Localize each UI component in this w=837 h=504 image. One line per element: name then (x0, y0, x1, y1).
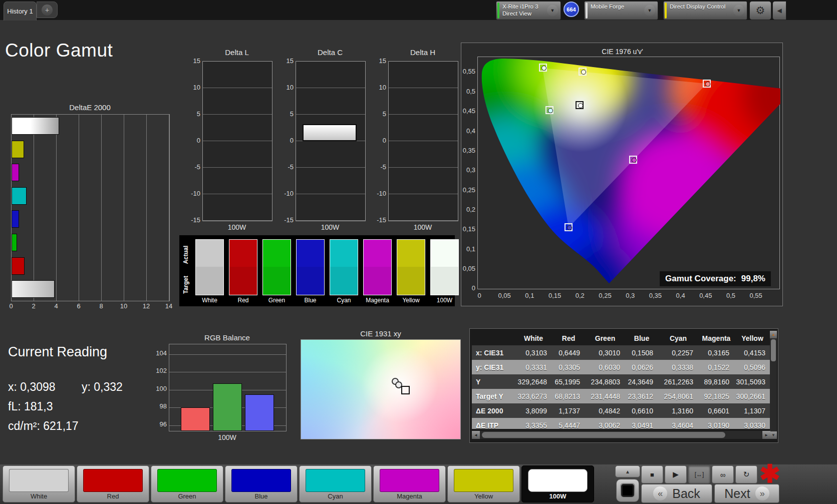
horizontal-scroll-thumb[interactable] (482, 432, 725, 438)
swatch-label: Red (237, 297, 248, 304)
deltae-xtick: 10 (120, 302, 127, 310)
chevron-down-icon[interactable]: ▼ (733, 5, 744, 16)
cie76-ytick: 0,2 (461, 206, 475, 213)
gamut-coverage-value: 99,8% (741, 274, 765, 284)
patch-button-cyan[interactable]: Cyan (299, 465, 372, 502)
meter-dropdown[interactable]: X-Rite i1Pro 3 Direct View ▼ (496, 1, 561, 20)
display-control-dropdown[interactable]: Direct Display Control ▼ (663, 1, 747, 20)
patch-button-white[interactable]: White (3, 465, 75, 502)
table-cell: 1,3160 (658, 403, 698, 418)
delta-c-xlabel: 100W (296, 223, 365, 231)
chevron-down-icon[interactable]: ▼ (644, 5, 655, 16)
collapse-panel-button[interactable]: ◀ (772, 1, 786, 20)
pattern-window-up-button[interactable]: ▲ (615, 465, 640, 477)
delta-ytick: -5 (372, 163, 386, 171)
table-row-label: Target Y (472, 389, 515, 403)
cie76-xtick: 0,05 (498, 292, 511, 299)
patch-button-blue[interactable]: Blue (225, 465, 298, 502)
next-chevron-icon: » (755, 486, 769, 500)
deltae-bar-green (12, 234, 17, 251)
pattern-window-button[interactable] (616, 479, 639, 502)
scroll-up-button[interactable]: ▲ (770, 331, 777, 338)
chevron-down-icon[interactable]: ▼ (547, 5, 558, 16)
settings-button[interactable]: ⚙ (749, 1, 771, 20)
delta-ytick: -10 (186, 190, 200, 197)
infinity-icon: ∞ (720, 470, 726, 479)
rgb-balance-plot (169, 344, 287, 431)
patch-label: Green (151, 492, 223, 500)
deltae-bar-red (12, 257, 25, 275)
deltae-xtick: 12 (143, 302, 150, 310)
table-cell: 0,1508 (625, 345, 658, 360)
patch-button-100w[interactable]: 100W (521, 465, 594, 502)
scroll-down-button[interactable]: ▼ (770, 431, 777, 439)
play-button[interactable]: ▶ (665, 465, 687, 483)
swatch-cyan (330, 239, 358, 295)
patch-buttons: WhiteRedGreenBlueCyanMagentaYellow100W (3, 465, 594, 502)
table-cell: 5,4447 (552, 418, 585, 429)
delta-l-panel: Delta L 151050-5-10-15 100W (202, 48, 271, 234)
swatch-blue (296, 239, 325, 295)
meter-dropdown-text: X-Rite i1Pro 3 Direct View (502, 3, 538, 17)
delta-c-title: Delta C (296, 48, 365, 57)
source-dropdown[interactable]: Mobile Forge ▼ (584, 1, 658, 20)
control-dropdown-text: Direct Display Control (670, 3, 725, 10)
table-vertical-scrollbar[interactable]: ▲ ▼ (770, 331, 777, 439)
table-cell: 0,4153 (734, 345, 770, 360)
delta-ytick: 15 (186, 57, 200, 65)
patch-button-magenta[interactable]: Magenta (373, 465, 446, 502)
play-icon: ▶ (673, 470, 679, 479)
actual-row-label: Actual (182, 240, 189, 269)
swatch-columns: WhiteRedGreenBlueCyanMagentaYellow100W (195, 239, 459, 304)
source-accent (586, 3, 588, 19)
scroll-left-button[interactable]: ◄ (472, 431, 480, 439)
swatch-green (262, 239, 291, 295)
cie1976-panel: CIE 1976 u'v' (461, 43, 783, 306)
session-count-badge[interactable]: 664 (564, 2, 579, 17)
cie76-xtick: 0,25 (599, 292, 611, 299)
rgb-balance-xlabel: 100W (169, 433, 286, 441)
patch-swatch (157, 469, 217, 492)
delta-h-panel: Delta H 151050-5-10-15 100W (388, 48, 457, 234)
patch-button-yellow[interactable]: Yellow (447, 465, 520, 502)
cie76-marker-white (576, 101, 584, 109)
delta-l-yaxis: 151050-5-10-15 (186, 61, 200, 220)
deltae-xtick: 0 (9, 302, 13, 310)
table-header-cell: Magenta (698, 331, 734, 345)
stop-button[interactable]: ■ (641, 465, 663, 483)
cie76-ytick: 0,05 (461, 265, 475, 272)
table-cell: 0,5096 (734, 360, 770, 374)
cie1976-plot (477, 57, 780, 289)
marker-dot (632, 158, 637, 163)
deltae-bar-100w (12, 117, 59, 135)
back-button[interactable]: « Back (641, 484, 712, 503)
deltae-bar-white (12, 280, 55, 298)
reading-y: y: 0,332 (82, 380, 123, 394)
single-measure-button[interactable]: [↔] (688, 465, 710, 483)
table-header-cell: Green (585, 331, 625, 345)
cie76-ytick: 0,4 (461, 127, 475, 135)
source-dropdown-text: Mobile Forge (591, 3, 624, 10)
table-header-cell: Red (552, 331, 585, 345)
delta-h-title: Delta H (388, 48, 457, 57)
table-cell: 0,6030 (585, 360, 625, 374)
table-horizontal-scrollbar[interactable]: ◄ ► (472, 431, 770, 439)
delta-c-yaxis: 151050-5-10-15 (280, 61, 294, 220)
cie1931-panel (301, 339, 461, 439)
patch-button-red[interactable]: Red (77, 465, 149, 502)
refresh-button[interactable]: ↻ (735, 465, 757, 483)
bottom-bar: WhiteRedGreenBlueCyanMagentaYellow100W ▲… (0, 464, 837, 504)
table-cell: 254,8061 (658, 389, 698, 403)
patch-swatch (83, 469, 143, 492)
table-cell: 23,3612 (625, 389, 658, 403)
table-cell: 0,3338 (658, 360, 698, 374)
swatch-column-white: White (195, 239, 224, 304)
swatch-magenta (363, 239, 392, 295)
add-tab-button[interactable]: + (37, 2, 58, 18)
scroll-right-button[interactable]: ► (762, 431, 770, 439)
continuous-measure-button[interactable]: ∞ (712, 465, 734, 483)
patch-button-green[interactable]: Green (151, 465, 223, 502)
tab-history-1[interactable]: History 1 (4, 2, 37, 21)
table-cell: 0,4842 (585, 403, 625, 418)
vertical-scroll-thumb[interactable] (771, 339, 776, 361)
